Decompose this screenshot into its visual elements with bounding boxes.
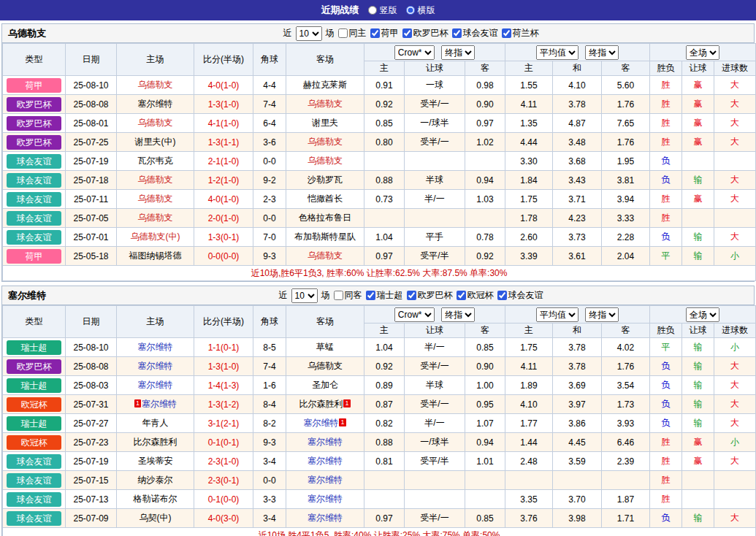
filter-option-0[interactable]: 同客 [334, 289, 362, 302]
filter-checkbox[interactable] [452, 28, 462, 38]
filter-checkbox[interactable] [402, 28, 412, 38]
match-score[interactable]: 1-3(1-0) [194, 357, 253, 376]
match-score[interactable]: 1-1(0-1) [194, 338, 253, 357]
away-team[interactable]: 圣加仑 [286, 376, 364, 395]
league-badge[interactable]: 球会友谊 [7, 454, 61, 469]
match-score[interactable]: 0-1(0-0) [194, 490, 253, 509]
home-team[interactable]: 圣埃蒂安 [117, 452, 194, 471]
home-team[interactable]: 乌德勒支 [117, 190, 194, 209]
layout-option-horizontal[interactable]: 横版 [406, 4, 435, 17]
away-team[interactable]: 塞尔维特 [286, 433, 364, 452]
match-score[interactable]: 1-3(1-0) [194, 95, 253, 114]
league-badge[interactable]: 球会友谊 [7, 192, 61, 207]
filter-option-4[interactable]: 荷兰杯 [502, 27, 539, 39]
away-team[interactable]: 塞尔维特 [286, 509, 364, 528]
away-team[interactable]: 乌德勒支 [286, 152, 364, 171]
home-team[interactable]: 乌德勒支 [117, 114, 194, 133]
filter-checkbox[interactable] [334, 291, 343, 300]
filter-checkbox[interactable] [370, 28, 380, 38]
match-score[interactable]: 1-3(0-1) [194, 228, 253, 247]
match-score[interactable]: 1-2(1-0) [194, 171, 253, 190]
away-team[interactable]: 乌德勒支 [286, 247, 364, 266]
average-select[interactable]: 平均值 [536, 45, 579, 60]
league-badge[interactable]: 球会友谊 [7, 230, 61, 245]
league-badge[interactable]: 瑞士超 [7, 340, 61, 355]
away-team[interactable]: 乌德勒支 [286, 357, 364, 376]
match-score[interactable]: 0-0(0-0) [194, 247, 253, 266]
filter-checkbox[interactable] [338, 28, 348, 38]
filter-checkbox[interactable] [407, 291, 416, 300]
away-team[interactable]: 塞尔维特 [286, 490, 364, 509]
odds-stage-select[interactable]: 终指 [441, 45, 475, 60]
league-badge[interactable]: 球会友谊 [7, 511, 61, 526]
home-team[interactable]: 1塞尔维特 [117, 395, 194, 414]
home-team[interactable]: 塞尔维特 [117, 376, 194, 395]
filter-checkbox[interactable] [457, 291, 466, 300]
away-team[interactable]: 塞尔维特 [286, 452, 364, 471]
vertical-layout-radio[interactable] [368, 6, 377, 15]
league-badge[interactable]: 欧罗巴杯 [7, 359, 61, 374]
league-badge[interactable]: 球会友谊 [7, 492, 61, 507]
home-team[interactable]: 乌德勒支 [117, 209, 194, 228]
home-team[interactable]: 福图纳锡塔德 [117, 247, 194, 266]
match-score[interactable]: 3-1(2-1) [194, 414, 253, 433]
home-team[interactable]: 比尔森胜利 [117, 433, 194, 452]
league-badge[interactable]: 球会友谊 [7, 211, 61, 226]
home-team[interactable]: 塞尔维特 [117, 95, 194, 114]
match-score[interactable]: 0-1(0-1) [194, 433, 253, 452]
match-score[interactable]: 4-0(1-0) [194, 190, 253, 209]
away-team[interactable]: 乌德勒支 [286, 133, 364, 152]
league-badge[interactable]: 欧冠杯 [7, 397, 61, 412]
away-team[interactable]: 沙勒罗瓦 [286, 171, 364, 190]
average-select[interactable]: 平均值 [536, 307, 579, 322]
home-team[interactable]: 年青人 [117, 414, 194, 433]
match-score[interactable]: 1-3(1-1) [194, 133, 253, 152]
league-badge[interactable]: 荷甲 [7, 249, 61, 264]
home-team[interactable]: 塞尔维特 [117, 357, 194, 376]
league-badge[interactable]: 欧罗巴杯 [7, 135, 61, 150]
league-badge[interactable]: 球会友谊 [7, 154, 61, 169]
home-team[interactable]: 乌德勒支 [117, 171, 194, 190]
home-team[interactable]: 塞尔维特 [117, 338, 194, 357]
away-team[interactable]: 色格拉布鲁日 [286, 209, 364, 228]
match-score[interactable]: 2-0(1-0) [194, 209, 253, 228]
away-team[interactable]: 布加勒斯特星队 [286, 228, 364, 247]
away-team[interactable]: 比尔森胜利1 [286, 395, 364, 414]
away-team[interactable]: 恺撒酋长 [286, 190, 364, 209]
away-team[interactable]: 赫拉克莱斯 [286, 76, 364, 95]
bookmaker-select[interactable]: Crow* [394, 45, 435, 60]
scope-select[interactable]: 全场 [686, 307, 719, 322]
average-stage-select[interactable]: 终指 [585, 45, 619, 60]
home-team[interactable]: 纳沙泰尔 [117, 471, 194, 490]
filter-checkbox[interactable] [497, 291, 507, 300]
match-count-select[interactable]: 10 [296, 26, 322, 41]
league-badge[interactable]: 球会友谊 [7, 473, 61, 488]
league-badge[interactable]: 欧罗巴杯 [7, 116, 61, 131]
filter-option-2[interactable]: 欧罗巴杯 [407, 289, 453, 302]
home-team[interactable]: 乌契(中) [117, 509, 194, 528]
league-badge[interactable]: 欧冠杯 [7, 435, 61, 450]
horizontal-layout-radio[interactable] [406, 6, 415, 15]
layout-option-vertical[interactable]: 竖版 [368, 4, 397, 17]
filter-option-2[interactable]: 欧罗巴杯 [402, 27, 448, 39]
away-team[interactable]: 塞尔维特 [286, 471, 364, 490]
filter-option-0[interactable]: 同主 [338, 27, 367, 39]
home-team[interactable]: 格勒诺布尔 [117, 490, 194, 509]
filter-option-3[interactable]: 球会友谊 [452, 27, 498, 39]
average-stage-select[interactable]: 终指 [585, 307, 619, 322]
home-team[interactable]: 瓦尔韦克 [117, 152, 194, 171]
match-score[interactable]: 2-3(0-1) [194, 471, 253, 490]
match-score[interactable]: 1-4(1-3) [194, 376, 253, 395]
filter-checkbox[interactable] [502, 28, 511, 38]
league-badge[interactable]: 欧罗巴杯 [7, 97, 61, 112]
scope-select[interactable]: 全场 [686, 45, 719, 60]
filter-checkbox[interactable] [366, 291, 375, 300]
match-score[interactable]: 2-3(1-0) [194, 452, 253, 471]
league-badge[interactable]: 球会友谊 [7, 173, 61, 188]
bookmaker-select[interactable]: Crow* [394, 307, 435, 322]
away-team[interactable]: 塞尔维特1 [286, 414, 364, 433]
away-team[interactable]: 谢里夫 [286, 114, 364, 133]
league-badge[interactable]: 瑞士超 [7, 416, 61, 431]
odds-stage-select[interactable]: 终指 [441, 307, 475, 322]
match-score[interactable]: 4-0(1-0) [194, 76, 253, 95]
